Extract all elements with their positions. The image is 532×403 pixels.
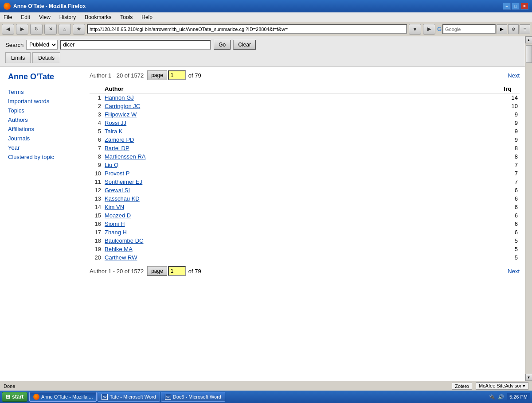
address-bar: ◀ ▶ ↻ ✕ ⌂ ★ ▼ ▶ G ▶ ⊘ ≡	[0, 22, 532, 36]
menu-file[interactable]: File	[2, 13, 14, 21]
pagination-bottom: Author 1 - 20 of 1572 page of 79 Next	[90, 266, 520, 276]
sidebar-item-affiliations[interactable]: Affiliations	[8, 126, 79, 132]
author-link[interactable]: Baulcombe DC	[105, 237, 143, 244]
address-input[interactable]	[87, 24, 407, 34]
google-stop-button[interactable]: ⊘	[508, 24, 519, 34]
table-row: 1Hannon GJ14	[90, 93, 520, 102]
scroll-thumb[interactable]	[526, 45, 532, 63]
author-cell: Filipowicz W	[103, 110, 502, 119]
mcafee-addon[interactable]: McAfee SiteAdvisor ▾	[476, 382, 528, 390]
scrollbar[interactable]: ▲ ▼	[525, 36, 532, 381]
author-cell: Zhang H	[103, 228, 502, 236]
home-button[interactable]: ⌂	[59, 24, 71, 35]
table-row: 2Carrington JC10	[90, 102, 520, 110]
author-link[interactable]: Siomi H	[105, 221, 125, 227]
bookmark-button[interactable]: ★	[73, 24, 85, 35]
go-button-addr[interactable]: ▶	[423, 24, 435, 35]
stop-button[interactable]: ✕	[44, 24, 57, 35]
author-link[interactable]: Carrington JC	[105, 103, 140, 109]
page-button-bottom[interactable]: page	[147, 266, 167, 276]
frequency-cell: 14	[502, 93, 520, 102]
page-input-top[interactable]	[168, 70, 186, 80]
row-number: 18	[90, 236, 103, 245]
close-button[interactable]: ✕	[520, 3, 528, 10]
author-link[interactable]: Kasschau KD	[105, 195, 140, 202]
zotero-addon[interactable]: Zotero	[452, 383, 472, 390]
search-clear-button[interactable]: Clear	[233, 40, 256, 50]
g-icon: G	[437, 26, 442, 32]
sidebar-item-journals[interactable]: Journals	[8, 135, 79, 142]
scroll-up-button[interactable]: ▲	[525, 36, 532, 43]
taskbar-firefox-label: Anne O'Tate - Mozilla ...	[41, 394, 93, 399]
word-icon-2: W	[165, 394, 171, 400]
table-row: 14Kim VN6	[90, 203, 520, 211]
sidebar-item-important-words[interactable]: Important words	[8, 98, 79, 105]
author-link[interactable]: Sontheimer EJ	[105, 178, 142, 185]
author-link[interactable]: Rossi JJ	[105, 120, 126, 126]
taskbar-right: 🔌 🔊 5:26 PM	[489, 393, 530, 400]
forward-button[interactable]: ▶	[16, 24, 28, 35]
author-link[interactable]: Kim VN	[105, 204, 124, 210]
google-search-button[interactable]: ▶	[497, 24, 507, 34]
author-link[interactable]: Liu Q	[105, 162, 118, 168]
menu-tools[interactable]: Tools	[118, 13, 134, 21]
menu-help[interactable]: Help	[140, 13, 154, 21]
search-go-button[interactable]: Go	[214, 40, 231, 50]
maximize-button[interactable]: □	[512, 3, 520, 10]
sidebar-item-authors[interactable]: Authors	[8, 116, 79, 123]
scroll-down-button[interactable]: ▼	[525, 374, 532, 381]
reload-button[interactable]: ↻	[30, 24, 43, 35]
sidebar-item-terms[interactable]: Terms	[8, 89, 79, 95]
page-input-bottom[interactable]	[168, 266, 186, 276]
taskbar-item-firefox[interactable]: Anne O'Tate - Mozilla ...	[29, 392, 97, 402]
author-link[interactable]: Bartel DP	[105, 145, 129, 151]
author-cell: Moazed D	[103, 211, 502, 220]
frequency-cell: 5	[502, 245, 520, 253]
address-dropdown[interactable]: ▼	[409, 24, 421, 35]
author-cell: Carrington JC	[103, 102, 502, 110]
author-link[interactable]: Martienssen RA	[105, 153, 145, 160]
windows-icon: ⊞	[6, 394, 10, 400]
author-link[interactable]: Carthew RW	[105, 254, 137, 261]
page-button-top[interactable]: page	[147, 70, 167, 80]
next-link-top[interactable]: Next	[508, 72, 520, 79]
author-link[interactable]: Hannon GJ	[105, 94, 134, 101]
table-row: 10Provost P7	[90, 169, 520, 178]
search-tab-row: Limits Details	[5, 52, 520, 63]
google-search-input[interactable]	[442, 24, 496, 34]
next-link-bottom[interactable]: Next	[508, 268, 520, 275]
menu-bookmarks[interactable]: Bookmarks	[83, 13, 113, 21]
table-row: 3Filipowicz W9	[90, 110, 520, 119]
sidebar-item-topics[interactable]: Topics	[8, 107, 79, 114]
google-menu-button[interactable]: ≡	[520, 24, 530, 34]
word-icon-1: W	[102, 394, 108, 400]
search-input[interactable]	[60, 40, 211, 50]
clock: 5:26 PM	[507, 393, 530, 400]
limits-tab[interactable]: Limits	[5, 52, 31, 63]
menu-view[interactable]: View	[37, 13, 52, 21]
menu-history[interactable]: History	[58, 13, 78, 21]
search-engine-select[interactable]: PubMed	[26, 40, 58, 50]
author-link[interactable]: Provost P	[105, 170, 129, 177]
details-tab[interactable]: Details	[32, 52, 60, 63]
sidebar-item-clustered[interactable]: Clustered by topic	[8, 154, 79, 160]
sidebar-item-year[interactable]: Year	[8, 144, 79, 151]
minimize-button[interactable]: −	[503, 3, 511, 10]
back-button[interactable]: ◀	[2, 24, 14, 35]
author-link[interactable]: Zamore PD	[105, 136, 134, 143]
menu-bar: File Edit View History Bookmarks Tools H…	[0, 12, 532, 22]
table-row: 11Sontheimer EJ7	[90, 178, 520, 186]
taskbar-item-word2[interactable]: W Doc6 - Microsoft Word	[161, 392, 225, 402]
author-link[interactable]: Filipowicz W	[105, 111, 137, 118]
author-link[interactable]: Behlke MA	[105, 246, 133, 252]
taskbar-item-word1[interactable]: W Tate - Microsoft Word	[98, 392, 160, 402]
scroll-track[interactable]	[525, 43, 532, 374]
frequency-cell: 8	[502, 144, 520, 152]
menu-edit[interactable]: Edit	[19, 13, 32, 21]
author-link[interactable]: Zhang H	[105, 229, 127, 236]
start-button[interactable]: ⊞ start	[2, 392, 27, 402]
author-link[interactable]: Grewal SI	[105, 187, 130, 194]
author-cell: Rossi JJ	[103, 119, 502, 127]
author-link[interactable]: Taira K	[105, 128, 122, 135]
author-link[interactable]: Moazed D	[105, 212, 131, 219]
